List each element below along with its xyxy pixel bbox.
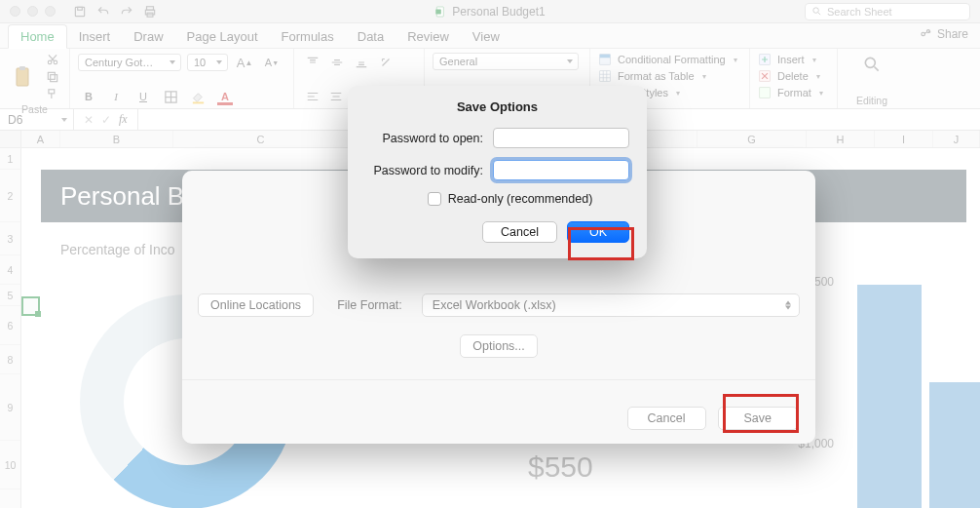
cut-icon[interactable] (45, 53, 60, 66)
row-1[interactable]: 1 (0, 148, 20, 170)
row-headers: 1 2 3 4 5 6 8 9 10 (0, 148, 21, 508)
format-as-table-button[interactable]: Format as Table▾ (598, 69, 741, 83)
tab-formulas[interactable]: Formulas (270, 25, 346, 48)
name-box[interactable]: D6 (0, 109, 74, 130)
row-8[interactable]: 8 (0, 345, 20, 374)
tab-review[interactable]: Review (396, 25, 461, 48)
fill-color-icon[interactable] (187, 87, 208, 106)
align-left-icon[interactable] (302, 87, 322, 106)
updown-caret-icon (785, 301, 791, 310)
svg-rect-16 (49, 90, 55, 94)
underline-button[interactable]: U (132, 87, 154, 106)
tab-page-layout[interactable]: Page Layout (175, 25, 270, 48)
col-J[interactable]: J (933, 131, 980, 147)
bar-2 (929, 382, 980, 508)
row-4[interactable]: 4 (0, 255, 20, 285)
file-format-value: Excel Workbook (.xlsx) (433, 298, 556, 312)
svg-rect-11 (19, 66, 25, 70)
document-title-text: Personal Budget1 (452, 5, 545, 19)
file-format-select[interactable]: Excel Workbook (.xlsx) (422, 293, 800, 317)
tab-view[interactable]: View (461, 25, 511, 48)
font-color-icon[interactable]: A (214, 87, 236, 106)
zoom-window-icon[interactable] (45, 6, 56, 17)
bold-button[interactable]: B (78, 87, 99, 106)
readonly-checkbox[interactable] (428, 192, 441, 206)
enter-formula-icon[interactable]: ✓ (101, 113, 111, 127)
row-10[interactable]: 10 (0, 441, 20, 489)
close-window-icon[interactable] (10, 6, 20, 17)
options-button[interactable]: Options... (460, 334, 538, 358)
tab-insert[interactable]: Insert (67, 25, 123, 48)
paste-button[interactable] (8, 62, 39, 92)
align-center-icon[interactable] (325, 87, 346, 106)
row-3[interactable]: 3 (0, 222, 20, 255)
format-painter-icon[interactable] (45, 88, 60, 101)
delete-cells-icon (758, 69, 772, 83)
col-H[interactable]: H (807, 131, 875, 147)
share-label: Share (937, 27, 968, 41)
cancel-formula-icon[interactable]: ✕ (84, 113, 94, 127)
subtitle-text: Percentage of Inco (60, 242, 175, 257)
editing-group[interactable] (846, 53, 898, 76)
cond-format-icon (598, 53, 612, 66)
online-locations-button[interactable]: Online Locations (198, 293, 314, 317)
search-sheet-box[interactable]: Search Sheet (805, 3, 970, 20)
password-open-input[interactable] (493, 128, 629, 148)
ribbon-tabs: Home Insert Draw Page Layout Formulas Da… (0, 23, 980, 49)
italic-button[interactable]: I (105, 87, 127, 106)
row-2[interactable]: 2 (0, 170, 20, 222)
bar-1 (857, 285, 922, 508)
redo-icon[interactable] (120, 5, 133, 19)
window-titlebar: Personal Budget1 Search Sheet (0, 0, 980, 23)
svg-rect-20 (600, 55, 611, 59)
save-cancel-button[interactable]: Cancel (627, 407, 706, 430)
minimize-window-icon[interactable] (27, 6, 38, 17)
tab-home[interactable]: Home (8, 24, 67, 49)
modal-ok-button[interactable]: OK (567, 221, 629, 243)
orientation-icon[interactable] (375, 53, 396, 72)
col-G[interactable]: G (697, 131, 807, 147)
tab-data[interactable]: Data (346, 25, 396, 48)
search-placeholder: Search Sheet (827, 6, 892, 18)
format-cells-icon (758, 86, 772, 99)
password-modify-input[interactable] (493, 160, 629, 180)
decrease-font-icon[interactable]: A▼ (261, 53, 283, 72)
col-C[interactable]: C (173, 131, 349, 147)
save-button[interactable]: Save (718, 407, 799, 430)
insert-cells-button[interactable]: Insert▾ (758, 53, 829, 66)
table-format-label: Format as Table (618, 70, 695, 82)
number-format-dropdown[interactable]: General (433, 53, 579, 70)
row-5[interactable]: 5 (0, 285, 20, 306)
increase-font-icon[interactable]: A▲ (234, 53, 255, 72)
quick-access-toolbar (73, 5, 157, 19)
align-middle-icon[interactable] (326, 53, 348, 72)
borders-icon[interactable] (160, 87, 181, 106)
cond-format-label: Conditional Formatting (618, 54, 726, 65)
align-top-icon[interactable] (302, 53, 323, 72)
copy-icon[interactable] (45, 70, 60, 84)
save-icon[interactable] (73, 5, 87, 19)
total-savings-value: $550 (528, 450, 593, 484)
align-bottom-icon[interactable] (351, 53, 372, 72)
print-icon[interactable] (143, 5, 157, 19)
conditional-formatting-button[interactable]: Conditional Formatting▾ (598, 53, 741, 66)
col-I[interactable]: I (875, 131, 933, 147)
col-B[interactable]: B (60, 131, 173, 147)
font-size-dropdown[interactable]: 10 (187, 54, 228, 71)
svg-rect-0 (75, 7, 84, 16)
svg-point-29 (865, 58, 875, 67)
modal-cancel-button[interactable]: Cancel (482, 221, 557, 243)
font-name-dropdown[interactable]: Century Got… (78, 54, 181, 71)
col-A[interactable]: A (21, 131, 60, 147)
row-9[interactable]: 9 (0, 374, 20, 441)
format-cells-button[interactable]: Format▾ (758, 86, 829, 99)
undo-icon[interactable] (96, 5, 110, 19)
insert-cells-icon (758, 53, 772, 66)
password-open-label: Password to open: (382, 132, 483, 145)
fx-icon[interactable]: fx (119, 112, 128, 127)
share-button[interactable]: Share (919, 27, 968, 41)
row-6[interactable]: 6 (0, 306, 20, 345)
select-all-corner[interactable] (0, 131, 21, 147)
tab-draw[interactable]: Draw (122, 25, 174, 48)
delete-cells-button[interactable]: Delete▾ (758, 69, 829, 83)
